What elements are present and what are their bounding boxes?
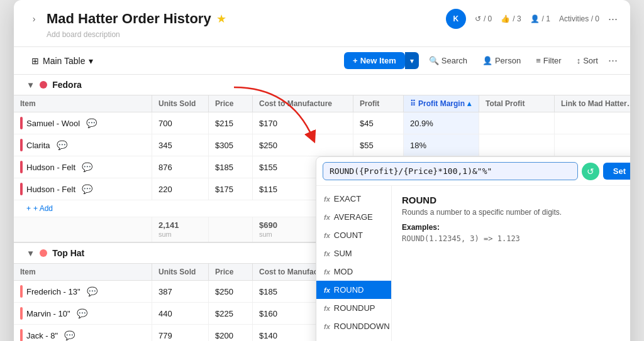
formula-examples-label: Examples:: [402, 223, 630, 232]
formula-item-round[interactable]: fx ROUND: [316, 281, 391, 299]
row-color-bar: [20, 329, 23, 341]
sum-price: [209, 217, 253, 242]
comment-icon[interactable]: 💬: [82, 162, 92, 172]
formula-item-sum[interactable]: fx SUM: [316, 244, 391, 263]
new-item-dropdown-button[interactable]: ▾: [405, 52, 419, 69]
formula-example: ROUND(1.12345, 3) => 1.123: [402, 234, 630, 243]
formula-item-average[interactable]: fx AVERAGE: [316, 208, 391, 226]
sum-empty-0: [14, 217, 152, 242]
toolbar-more-button[interactable]: ···: [608, 54, 618, 67]
formula-detail-name: ROUND: [402, 195, 630, 205]
cell-name-th-0: Frederich - 13" 💬: [14, 281, 152, 302]
formula-detail: ROUND Rounds a number to a specific numb…: [392, 186, 630, 341]
like-stat: 👍 / 3: [501, 14, 521, 23]
search-icon: 🔍: [429, 56, 439, 65]
header-more-button[interactable]: ···: [608, 13, 618, 26]
set-button[interactable]: Set: [603, 163, 630, 180]
plus-icon: +: [353, 56, 358, 65]
col-cost: Cost to Manufacture: [253, 95, 353, 112]
fedora-color-dot: [40, 81, 47, 89]
formula-item-rounddown[interactable]: fx ROUNDDOWN: [316, 317, 391, 335]
toolbar: ⊞ Main Table ▾ + New Item ▾ 🔍 Search 👤 P…: [14, 47, 630, 75]
cell-price-th-0: $250: [209, 281, 253, 302]
fedora-group-title: Fedora: [52, 80, 82, 90]
chevron-down-icon: ▾: [89, 56, 93, 66]
col-price: Price: [209, 95, 253, 112]
like-icon: 👍: [501, 14, 510, 23]
comment-icon[interactable]: 💬: [82, 184, 92, 194]
collapse-button[interactable]: ›: [26, 11, 42, 26]
person-button[interactable]: 👤 Person: [477, 53, 526, 68]
table-row: Clarita 💬 345 $305 $250 $55 18% Clarita: [14, 134, 630, 156]
table-row: Samuel - Wool 💬 700 $215 $170 $45 20.9% …: [14, 112, 630, 134]
col-profit-margin[interactable]: ⠿ Profit Margin ▴: [404, 95, 479, 112]
formula-item-log[interactable]: fx LOG: [316, 335, 391, 341]
cell-price-th-2: $200: [209, 325, 253, 341]
comment-icon[interactable]: 💬: [64, 330, 75, 340]
cell-name-2: Hudson - Felt 💬: [14, 156, 152, 178]
fedora-expand-button[interactable]: ▼: [26, 80, 35, 90]
cell-total-0: [479, 112, 555, 134]
filter-icon: ≡: [536, 56, 541, 65]
formula-input-row: ↺ Set: [316, 157, 630, 186]
cell-units-th-0: 387: [152, 281, 209, 302]
col-total-profit: Total Profit: [479, 95, 555, 112]
activity-stat: ↺ / 0: [475, 14, 492, 23]
main-table-button[interactable]: ⊞ Main Table ▾: [26, 53, 98, 68]
fedora-group-header: ▼ Fedora: [14, 75, 630, 95]
filter-button[interactable]: ≡ Filter: [531, 53, 566, 68]
cell-price-0: $215: [209, 112, 253, 134]
comment-icon[interactable]: 💬: [57, 140, 67, 150]
col-link-orders: Link to Mad Hatter Orders: [555, 95, 630, 112]
search-button[interactable]: 🔍 Search: [424, 53, 472, 68]
cell-name-th-2: Jack - 8" 💬: [14, 325, 152, 341]
cell-name-0: Samuel - Wool 💬: [14, 112, 152, 134]
comment-icon[interactable]: 💬: [86, 118, 97, 128]
activities-stat: Activities / 0: [559, 14, 599, 23]
top-hat-expand-button[interactable]: ▼: [26, 249, 35, 258]
formula-item-exact[interactable]: fx EXACT: [316, 190, 391, 208]
cell-cost-1: $250: [253, 134, 353, 156]
page-title: Mad Hatter Order History: [47, 11, 211, 27]
cell-units-th-2: 779: [152, 325, 209, 341]
formula-item-roundup[interactable]: fx ROUNDUP: [316, 299, 391, 317]
col-item-th: Item: [14, 264, 152, 280]
board-description[interactable]: Add board description: [26, 30, 618, 39]
user-icon: 👤: [530, 14, 540, 23]
formula-detail-desc: Rounds a number to a specific number of …: [402, 208, 630, 217]
avatar: K: [446, 9, 466, 29]
table-icon: ⊞: [31, 56, 39, 66]
formula-input[interactable]: [323, 162, 578, 180]
formula-popup: ↺ Set fx EXACT fx AVERAGE fx COUNT: [316, 156, 630, 341]
row-color-bar: [20, 117, 23, 129]
row-color-bar: [20, 139, 23, 151]
cell-units-0: 700: [152, 112, 209, 134]
cell-units-3: 220: [152, 178, 209, 200]
user-stat: 👤 / 1: [530, 14, 550, 23]
avatar-group: K: [446, 9, 466, 29]
cell-link1-1: [555, 134, 630, 156]
table-area: ▼ Fedora Item Units Sold Price Cost to M…: [14, 75, 630, 341]
formula-list: fx EXACT fx AVERAGE fx COUNT fx SUM: [316, 186, 392, 341]
row-color-bar: [20, 307, 23, 320]
cell-cost-0: $170: [253, 112, 353, 134]
cell-profit-1: $55: [353, 134, 404, 156]
sort-asc-icon: ▴: [467, 99, 471, 108]
new-item-button[interactable]: + New Item: [344, 52, 405, 69]
cell-name-1: Clarita 💬: [14, 134, 152, 156]
comment-icon[interactable]: 💬: [87, 286, 97, 296]
formula-item-mod[interactable]: fx MOD: [316, 263, 391, 281]
sort-button[interactable]: ↕ Sort: [572, 53, 603, 68]
cell-margin-1: 18%: [404, 134, 479, 156]
cell-units-th-1: 440: [152, 303, 209, 324]
comment-icon[interactable]: 💬: [77, 308, 87, 318]
formula-refresh-button[interactable]: ↺: [582, 163, 599, 180]
row-color-bar: [20, 285, 23, 298]
formula-item-count[interactable]: fx COUNT: [316, 226, 391, 244]
cell-price-2: $185: [209, 156, 253, 178]
cell-units-2: 876: [152, 156, 209, 178]
star-icon[interactable]: ★: [216, 12, 226, 26]
person-icon: 👤: [482, 56, 492, 65]
cell-name-th-1: Marvin - 10" 💬: [14, 303, 152, 324]
row-color-bar: [20, 183, 23, 195]
